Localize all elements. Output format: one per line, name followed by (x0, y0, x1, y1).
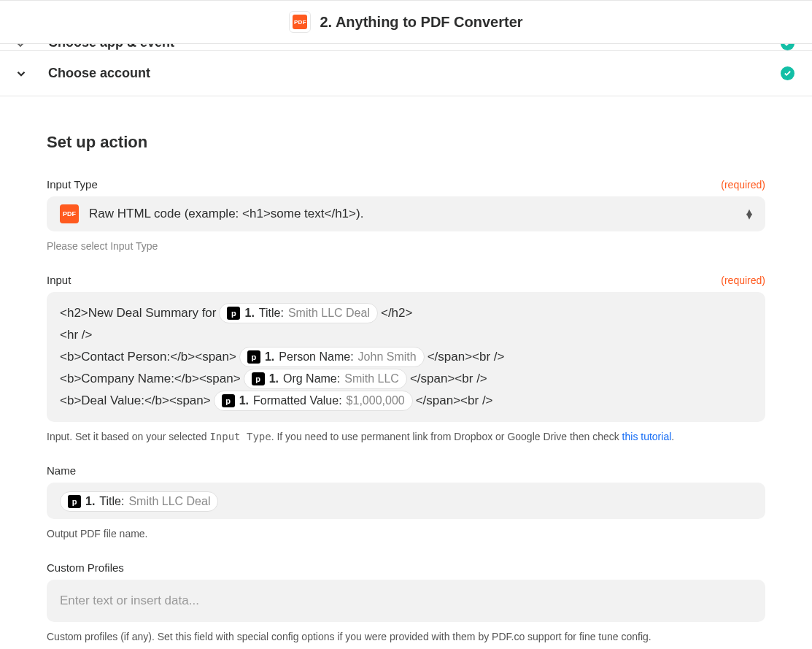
chevron-down-icon (15, 67, 31, 80)
pipedrive-icon: p (68, 495, 81, 508)
field-name: Name p 1. Title: Smith LLC Deal Output P… (47, 464, 765, 539)
input-editor[interactable]: <h2>New Deal Summary forp1.Title:Smith L… (47, 292, 765, 422)
check-icon (781, 44, 794, 50)
pipedrive-icon: p (252, 372, 265, 385)
required-badge: (required) (721, 179, 765, 191)
placeholder-text: Enter text or insert data... (60, 594, 199, 607)
step-title: 2. Anything to PDF Converter (320, 14, 522, 31)
section-choose-account[interactable]: Choose account (0, 51, 812, 96)
field-input-type: Input Type (required) PDF Raw HTML code … (47, 178, 765, 252)
field-label: Custom Profiles (47, 561, 124, 574)
data-pill[interactable]: p1.Formatted Value:$1,000,000 (214, 391, 413, 411)
data-pill[interactable]: p1.Org Name:Smith LLC (244, 369, 407, 389)
field-input: Input (required) <h2>New Deal Summary fo… (47, 274, 765, 442)
helper-text: Input. Set it based on your selected Inp… (47, 431, 765, 442)
field-label: Input Type (47, 178, 98, 191)
pipedrive-icon: p (247, 350, 260, 364)
field-custom-profiles: Custom Profiles Enter text or insert dat… (47, 561, 765, 642)
field-label: Name (47, 464, 76, 477)
data-pill[interactable]: p1.Title:Smith LLC Deal (219, 303, 377, 323)
chevron-down-icon (15, 44, 31, 50)
check-icon (781, 66, 794, 80)
input-type-select[interactable]: PDF Raw HTML code (example: <h1>some tex… (47, 196, 765, 231)
name-input[interactable]: p 1. Title: Smith LLC Deal (47, 483, 765, 519)
tutorial-link[interactable]: this tutorial (622, 431, 672, 442)
section-label: Choose account (48, 66, 150, 81)
updown-icon: ▴▾ (746, 210, 752, 218)
section-label: Choose app & event (48, 44, 174, 50)
data-pill[interactable]: p1.Person Name:John Smith (239, 347, 425, 367)
field-label: Input (47, 274, 71, 286)
page-title: Set up action (47, 133, 765, 152)
pdf-icon: PDF (60, 204, 79, 223)
data-pill[interactable]: p 1. Title: Smith LLC Deal (60, 491, 218, 512)
step-header: PDF 2. Anything to PDF Converter (0, 1, 812, 44)
helper-text: Output PDF file name. (47, 528, 765, 539)
custom-profiles-input[interactable]: Enter text or insert data... (47, 580, 765, 622)
required-badge: (required) (721, 274, 765, 286)
pipedrive-icon: p (222, 394, 235, 407)
section-choose-app[interactable]: Choose app & event (0, 44, 812, 51)
helper-text: Please select Input Type (47, 240, 765, 252)
helper-text: Custom profiles (if any). Set this field… (47, 631, 765, 642)
select-value: Raw HTML code (example: <h1>some text</h… (89, 207, 363, 221)
pdf-icon: PDF (293, 15, 307, 29)
app-icon-frame: PDF (289, 11, 311, 33)
pipedrive-icon: p (227, 307, 240, 320)
